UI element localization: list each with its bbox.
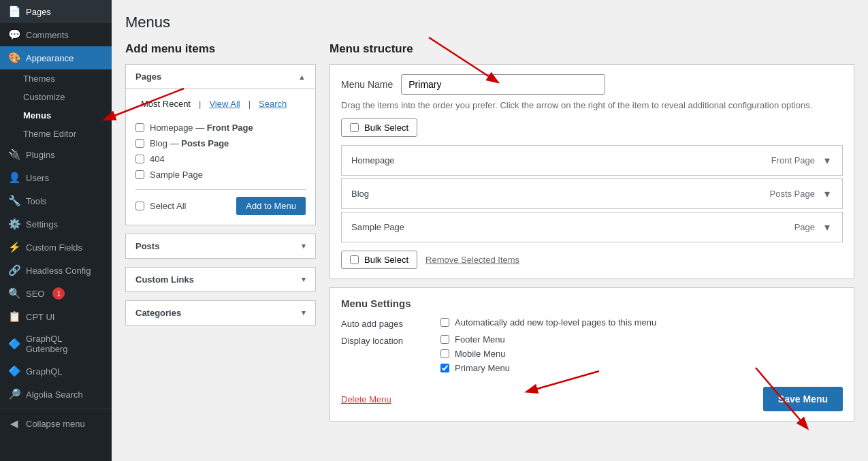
primary-menu-checkbox[interactable] — [440, 364, 449, 372]
display-location-row: Display location Footer Menu Mobile Menu — [341, 334, 843, 373]
menu-name-row: Menu Name — [341, 74, 843, 95]
primary-menu-label: Primary Menu — [455, 363, 510, 373]
auto-add-checkbox-row: Automatically add new top-level pages to… — [440, 317, 656, 328]
menu-item-sample-page-expand[interactable]: ▾ — [822, 221, 833, 234]
menu-item-sample-page[interactable]: Sample Page Page ▾ — [341, 212, 843, 242]
remove-selected-button[interactable]: Remove Selected Items — [425, 255, 519, 265]
menu-item-blog[interactable]: Blog Posts Page ▾ — [341, 178, 843, 209]
panel-pages-header[interactable]: Pages ▲ — [126, 65, 315, 89]
panel-categories-label: Categories — [135, 308, 181, 318]
bulk-select-bottom-button[interactable]: Bulk Select — [341, 251, 417, 269]
sidebar-item-plugins[interactable]: 🔌 Plugins — [0, 143, 112, 166]
sidebar-item-label: Headless Config — [26, 266, 91, 276]
panel-pages-label: Pages — [135, 71, 161, 82]
menu-item-sample-page-name: Sample Page — [351, 222, 404, 232]
panel-categories: Categories ▾ — [125, 300, 316, 325]
auto-add-checkbox[interactable] — [440, 318, 449, 327]
sidebar-item-headless-config[interactable]: 🔗 Headless Config — [0, 259, 112, 282]
tab-view-all[interactable]: View All — [204, 96, 245, 112]
blog-checkbox[interactable] — [135, 139, 144, 148]
sidebar-item-custom-fields[interactable]: ⚡ Custom Fields — [0, 236, 112, 259]
save-menu-button[interactable]: Save Menu — [763, 387, 843, 411]
bulk-select-bottom-checkbox[interactable] — [350, 255, 359, 264]
panel-posts-label: Posts — [135, 241, 159, 251]
footer-menu-row: Footer Menu — [440, 334, 510, 345]
sidebar-item-graphql[interactable]: 🔷 GraphQL — [0, 360, 112, 383]
bulk-select-bottom-label: Bulk Select — [364, 255, 408, 265]
sidebar-item-algolia-search[interactable]: 🔎 Algolia Search — [0, 383, 112, 406]
sidebar-item-label: CPT UI — [26, 312, 54, 322]
sidebar-item-label: SEO — [26, 289, 44, 299]
sidebar-item-label: Custom Fields — [26, 242, 82, 253]
content-columns: Add menu items Pages ▲ Most Recent | Vie… — [125, 42, 854, 422]
menu-item-homepage[interactable]: Homepage Front Page ▾ — [341, 145, 843, 176]
menu-item-homepage-name: Homepage — [351, 155, 395, 165]
select-all-checkbox[interactable] — [135, 202, 144, 210]
tab-most-recent[interactable]: Most Recent — [135, 96, 196, 112]
sidebar-item-label: Settings — [26, 219, 58, 229]
appearance-icon: 🎨 — [8, 52, 20, 64]
sidebar-sub-themes[interactable]: Themes — [0, 69, 112, 88]
sidebar-item-label: Comments — [26, 30, 69, 40]
sidebar-item-cpt-ui[interactable]: 📋 CPT UI — [0, 305, 112, 328]
panel-pages-tabs: Most Recent | View All | Search — [135, 96, 306, 112]
menu-item-sample-page-type: Page — [794, 222, 815, 232]
sidebar-sub-menus[interactable]: Menus — [0, 106, 112, 125]
sidebar-sub-theme-editor[interactable]: Theme Editor — [0, 125, 112, 143]
delete-menu-button[interactable]: Delete Menu — [341, 394, 391, 404]
primary-menu-row: Primary Menu — [440, 363, 510, 373]
appearance-submenu: Themes Customize Menus Theme Editor — [0, 69, 112, 143]
menu-item-blog-type: Posts Page — [770, 189, 816, 199]
auto-add-label: Auto add pages — [341, 317, 430, 329]
auto-add-checkbox-label: Automatically add new top-level pages to… — [455, 317, 656, 328]
graphql-icon: 🔷 — [8, 365, 20, 377]
menu-items-list: Homepage Front Page ▾ Blog — [341, 145, 843, 242]
menu-item-homepage-expand[interactable]: ▾ — [822, 154, 833, 167]
sidebar-item-collapse-menu[interactable]: ◀ Collapse menu — [0, 412, 112, 435]
panel-custom-links-label: Custom Links — [135, 274, 194, 285]
panel-posts-header[interactable]: Posts ▾ — [126, 234, 315, 258]
panel-posts: Posts ▾ — [125, 234, 316, 259]
sidebar-item-graphql-gutenberg[interactable]: 🔷 GraphQL Gutenberg — [0, 328, 112, 360]
sidebar-item-users[interactable]: 👤 Users — [0, 166, 112, 189]
sidebar-sub-customize[interactable]: Customize — [0, 88, 112, 106]
404-checkbox[interactable] — [135, 155, 144, 163]
sidebar-item-label: Plugins — [26, 150, 55, 160]
homepage-label: Homepage — Front Page — [150, 123, 253, 133]
panel-categories-header[interactable]: Categories ▾ — [126, 301, 315, 325]
menu-name-input[interactable] — [401, 74, 605, 95]
mobile-menu-checkbox[interactable] — [440, 349, 449, 358]
add-menu-items-panel: Add menu items Pages ▲ Most Recent | Vie… — [125, 42, 316, 334]
menu-structure-panel: Menu structure Menu Name Drag the items … — [329, 42, 854, 422]
page-title: Menus — [125, 14, 854, 31]
bulk-select-checkbox[interactable] — [350, 123, 359, 132]
settings-icon: ⚙️ — [8, 218, 20, 230]
list-item: Blog — Posts Page — [135, 136, 306, 151]
panel-pages-content: Most Recent | View All | Search Homepage… — [126, 89, 315, 225]
comments-icon: 💬 — [8, 29, 20, 41]
sidebar-item-seo[interactable]: 🔍 SEO 1 — [0, 282, 112, 305]
tab-search[interactable]: Search — [253, 96, 292, 112]
sample-page-checkbox[interactable] — [135, 170, 144, 179]
menu-item-blog-expand[interactable]: ▾ — [822, 187, 833, 200]
add-to-menu-button[interactable]: Add to Menu — [236, 197, 306, 215]
mobile-menu-label: Mobile Menu — [455, 349, 505, 359]
menu-settings-heading: Menu Settings — [341, 298, 843, 309]
sidebar-item-settings[interactable]: ⚙️ Settings — [0, 212, 112, 236]
menu-hint: Drag the items into the order you prefer… — [341, 100, 843, 110]
footer-menu-checkbox[interactable] — [440, 335, 449, 344]
menu-structure-heading: Menu structure — [329, 42, 854, 56]
sidebar-item-appearance[interactable]: 🎨 Appearance — [0, 46, 112, 69]
bulk-select-top-button[interactable]: Bulk Select — [341, 118, 417, 137]
homepage-checkbox[interactable] — [135, 123, 144, 132]
list-item: Homepage — Front Page — [135, 120, 306, 136]
pages-checkbox-list: Homepage — Front Page Blog — Posts Page … — [135, 120, 306, 182]
sidebar-item-label: Appearance — [26, 53, 74, 63]
collapse-icon: ◀ — [8, 417, 20, 430]
sidebar-item-pages[interactable]: 📄 Pages — [0, 0, 112, 23]
sidebar-item-tools[interactable]: 🔧 Tools — [0, 189, 112, 212]
sample-page-label: Sample Page — [150, 170, 203, 180]
panel-custom-links-header[interactable]: Custom Links ▾ — [126, 268, 315, 291]
graphql-gutenberg-icon: 🔷 — [8, 338, 20, 350]
sidebar-item-comments[interactable]: 💬 Comments — [0, 23, 112, 46]
